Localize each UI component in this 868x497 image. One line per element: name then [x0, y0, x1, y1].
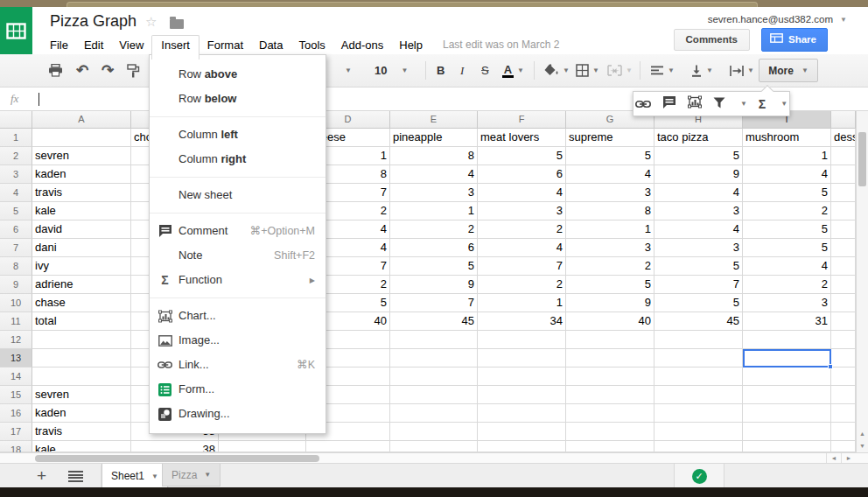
menubar-item-edit[interactable]: Edit [76, 36, 111, 54]
cell-H5[interactable]: 3 [654, 202, 743, 220]
cell-J3[interactable] [831, 165, 856, 184]
cell-I15[interactable] [743, 386, 831, 404]
row-header-15[interactable]: 15 [0, 386, 32, 404]
cell-E13[interactable] [390, 349, 478, 368]
cell-G15[interactable] [566, 386, 654, 404]
cell-J7[interactable] [831, 239, 856, 257]
sheets-logo-icon[interactable] [0, 7, 32, 54]
cell-H16[interactable] [654, 404, 743, 423]
menubar-item-add-ons[interactable]: Add-ons [333, 36, 391, 54]
row-header-14[interactable]: 14 [0, 368, 32, 386]
cell-G6[interactable]: 1 [566, 220, 654, 239]
cell-H7[interactable]: 3 [654, 239, 743, 257]
cell-J12[interactable] [831, 331, 856, 349]
text-wrap-button[interactable]: ▼ [730, 54, 754, 87]
cell-A15[interactable]: sevren [32, 386, 131, 404]
cell-H4[interactable]: 4 [654, 184, 743, 202]
cell-G7[interactable]: 3 [566, 239, 654, 257]
cell-G18[interactable] [566, 441, 654, 452]
cell-C18[interactable] [219, 441, 306, 452]
cell-I2[interactable]: 1 [743, 147, 831, 165]
cell-J8[interactable] [831, 257, 856, 276]
cell-F5[interactable]: 3 [478, 202, 566, 220]
row-header-12[interactable]: 12 [0, 331, 32, 349]
cell-F13[interactable] [478, 349, 566, 368]
cell-J11[interactable] [831, 312, 856, 331]
insert-menu-item-function[interactable]: ΣFunction▶ [150, 268, 326, 292]
cell-A1[interactable] [32, 129, 131, 147]
filter-chevron-icon[interactable]: ▼ [740, 100, 747, 108]
cell-G8[interactable]: 2 [566, 257, 654, 276]
cell-G9[interactable]: 5 [566, 276, 654, 294]
sheet-tab-chevron-icon[interactable]: ▼ [204, 471, 211, 479]
undo-icon[interactable]: ↶ [76, 54, 88, 87]
row-header-1[interactable]: 1 [0, 129, 32, 147]
bold-button[interactable]: B [437, 54, 444, 87]
cell-G2[interactable]: 5 [566, 147, 654, 165]
menubar-item-format[interactable]: Format [200, 36, 251, 54]
cell-E10[interactable]: 7 [390, 294, 478, 312]
row-header-7[interactable]: 7 [0, 239, 32, 257]
cell-I7[interactable]: 5 [743, 239, 831, 257]
cell-F7[interactable]: 4 [478, 239, 566, 257]
cell-A13[interactable] [32, 349, 131, 368]
cell-H13[interactable] [654, 349, 743, 368]
cell-A3[interactable]: kaden [32, 165, 131, 184]
insert-menu-item-column-right[interactable]: Column right [150, 147, 326, 172]
insert-menu-item-link[interactable]: Link...⌘K [150, 353, 326, 377]
cell-I3[interactable]: 4 [743, 165, 831, 184]
menubar-item-file[interactable]: File [42, 36, 76, 54]
cell-F3[interactable]: 6 [478, 165, 566, 184]
chart-icon[interactable] [688, 95, 702, 112]
cell-H18[interactable] [654, 441, 743, 452]
row-header-16[interactable]: 16 [0, 404, 32, 423]
cell-F16[interactable] [478, 404, 566, 423]
cell-G1[interactable]: supreme [566, 129, 654, 147]
cell-J9[interactable] [831, 276, 856, 294]
comment-icon[interactable] [662, 96, 676, 112]
spreadsheet-grid[interactable]: ABCDEFGHI1chocolatecheesepineapplemeat l… [0, 111, 856, 452]
menubar-item-data[interactable]: Data [251, 36, 290, 54]
cell-G10[interactable]: 9 [566, 294, 654, 312]
add-sheet-icon[interactable]: + [37, 466, 46, 486]
cell-F4[interactable]: 4 [478, 184, 566, 202]
cell-F2[interactable]: 5 [478, 147, 566, 165]
cell-J16[interactable] [831, 404, 856, 423]
vertical-align-button[interactable]: ▼ [690, 54, 713, 87]
cell-H1[interactable]: taco pizza [654, 129, 743, 147]
row-header-4[interactable]: 4 [0, 184, 32, 202]
cell-G12[interactable] [566, 331, 654, 349]
paint-format-icon[interactable] [127, 54, 140, 87]
cell-F11[interactable]: 34 [478, 312, 566, 331]
filter-icon[interactable] [713, 96, 725, 112]
cell-J10[interactable] [831, 294, 856, 312]
document-title[interactable]: Pizza Graph [50, 12, 136, 31]
cell-I16[interactable] [743, 404, 831, 423]
sheet-tab-sheet1[interactable]: Sheet1▼ [102, 464, 168, 489]
horizontal-align-button[interactable]: ▼ [651, 54, 675, 87]
text-color-button[interactable]: A ▼ [502, 54, 524, 87]
cell-F17[interactable] [478, 423, 566, 441]
horizontal-scrollbar-thumb[interactable] [35, 455, 319, 462]
horizontal-scrollbar[interactable]: ◄ ► [0, 452, 868, 463]
cell-I10[interactable]: 3 [743, 294, 831, 312]
insert-menu-item-column-left[interactable]: Column left [150, 122, 326, 147]
cell-A18[interactable]: kale [32, 441, 131, 452]
cell-F1[interactable]: meat lovers [478, 129, 566, 147]
cell-J13[interactable] [831, 349, 856, 368]
row-header-6[interactable]: 6 [0, 220, 32, 239]
cell-F18[interactable] [478, 441, 566, 452]
cell-H11[interactable]: 45 [654, 312, 743, 331]
menubar-item-view[interactable]: View [111, 36, 151, 54]
vertical-scrollbar-thumb[interactable] [858, 132, 866, 186]
sheet-tab-chevron-icon[interactable]: ▼ [151, 472, 158, 480]
row-header-9[interactable]: 9 [0, 276, 32, 294]
cell-I1[interactable]: mushroom [743, 129, 831, 147]
cell-H3[interactable]: 9 [654, 165, 743, 184]
vertical-scrollbar[interactable]: ▲ ▼ [856, 111, 868, 452]
row-header-11[interactable]: 11 [0, 312, 32, 331]
folder-icon[interactable] [170, 19, 184, 29]
cell-H10[interactable]: 5 [654, 294, 743, 312]
insert-menu-item-drawing[interactable]: Drawing... [150, 402, 326, 426]
row-header-5[interactable]: 5 [0, 202, 32, 220]
